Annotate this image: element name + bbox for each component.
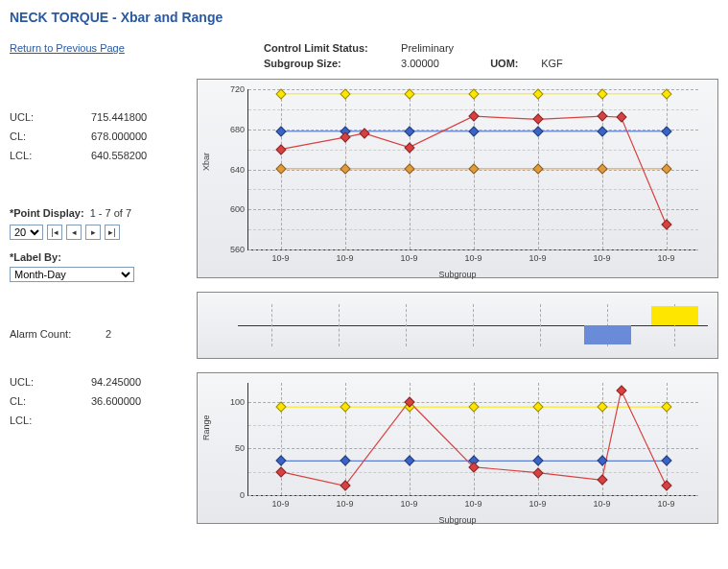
first-page-button[interactable]: |◂ — [47, 225, 62, 240]
xtick: 10-9 — [271, 253, 289, 263]
xbar-lcl-label: LCL: — [10, 150, 91, 161]
range-chart-panel: Range 05010010-910-910-910-910-910-910-9… — [197, 372, 718, 524]
xtick: 10-9 — [400, 499, 417, 509]
xtick: 10-9 — [657, 253, 674, 263]
prev-page-button[interactable]: ◂ — [66, 225, 82, 240]
xtick: 10-9 — [400, 253, 417, 263]
label-by-label: *Label By: — [10, 251, 197, 263]
return-link[interactable]: Return to Previous Page — [10, 42, 125, 54]
xtick: 10-9 — [657, 499, 674, 509]
alarm-count-value: 2 — [106, 328, 111, 340]
xtick: 10-9 — [336, 253, 353, 263]
xbar-ucl-label: UCL: — [10, 111, 91, 123]
range-ucl-value: 94.245000 — [91, 376, 141, 388]
xbar-cl-value: 678.000000 — [91, 130, 147, 142]
xtick: 10-9 — [464, 499, 481, 509]
xtick: 10-9 — [336, 499, 353, 509]
control-status-value: Preliminary — [401, 42, 454, 54]
alarm-chart-panel — [197, 292, 718, 359]
range-ucl-label: UCL: — [10, 376, 91, 388]
xbar-lcl-value: 640.558200 — [91, 150, 147, 161]
xtick: 10-9 — [271, 499, 289, 509]
xbar-ucl-value: 715.441800 — [91, 111, 147, 123]
label-by-select[interactable]: Month-Day — [10, 267, 134, 282]
page-size-select[interactable]: 20 — [10, 225, 43, 240]
xbar-chart-panel: Xbar 56060064068072010-910-910-910-910-9… — [197, 79, 718, 278]
xbar-xlabel: Subgroup — [207, 270, 708, 279]
ytick: 50 — [216, 443, 245, 453]
next-page-button[interactable]: ▸ — [85, 225, 101, 240]
xtick: 10-9 — [464, 253, 481, 263]
ytick: 560 — [216, 245, 245, 254]
uom-value: KGF — [541, 58, 563, 69]
alarm-count-label: Alarm Count: — [10, 328, 106, 340]
ytick: 720 — [216, 84, 245, 94]
subgroup-size-value: 3.00000 — [401, 58, 487, 69]
ytick: 680 — [216, 125, 245, 134]
point-display-range: 1 - 7 of 7 — [90, 207, 131, 219]
xtick: 10-9 — [593, 499, 610, 509]
range-xlabel: Subgroup — [207, 515, 708, 525]
ytick: 0 — [216, 490, 245, 500]
point-display-label: *Point Display: — [10, 207, 84, 219]
xtick: 10-9 — [528, 499, 546, 509]
xbar-cl-label: CL: — [10, 130, 91, 142]
uom-label: UOM: — [490, 58, 538, 69]
alarm-bar — [584, 325, 631, 344]
range-ylabel: Range — [201, 415, 211, 440]
range-cl-value: 36.600000 — [91, 395, 141, 407]
page-title: NECK TORQUE - Xbar and Range — [10, 10, 718, 25]
range-cl-label: CL: — [10, 395, 91, 407]
xtick: 10-9 — [528, 253, 546, 263]
subgroup-size-label: Subgroup Size: — [264, 58, 398, 69]
range-lcl-label: LCL: — [10, 415, 91, 426]
control-status-label: Control Limit Status: — [264, 42, 398, 54]
xbar-ylabel: Xbar — [201, 153, 211, 171]
ytick: 640 — [216, 165, 245, 175]
ytick: 600 — [216, 204, 245, 214]
xtick: 10-9 — [593, 253, 610, 263]
alarm-bar — [651, 306, 698, 325]
last-page-button[interactable]: ▸| — [105, 225, 120, 240]
ytick: 100 — [216, 397, 245, 407]
